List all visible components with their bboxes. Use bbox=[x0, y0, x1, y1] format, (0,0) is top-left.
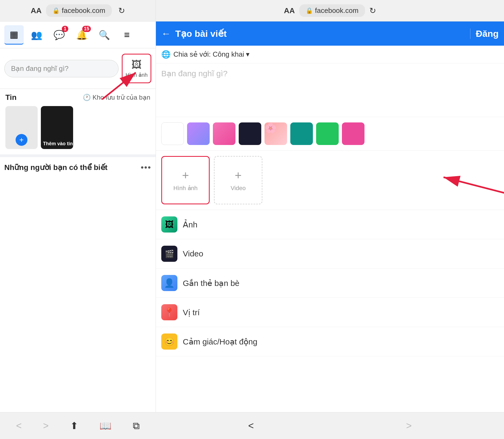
post-create-area: Bạn đang nghĩ gì? 🖼 Hình ảnh bbox=[0, 48, 156, 89]
pymk-section: Những người bạn có thể biết ••• bbox=[0, 157, 156, 182]
video-action-label: Video bbox=[183, 249, 203, 258]
clock-icon: 🕐 bbox=[83, 94, 91, 101]
post-input[interactable]: Bạn đang nghĩ gì? bbox=[4, 60, 119, 77]
right-browser-forward[interactable]: > bbox=[406, 420, 412, 431]
right-browser-back[interactable]: < bbox=[248, 420, 254, 431]
stories-row: + Thêm vào tin bbox=[0, 106, 156, 154]
left-address-bar: AA 🔒 facebook.com ↻ bbox=[0, 0, 156, 21]
swatch-teal[interactable] bbox=[290, 122, 313, 145]
tag-action-icon: 👤 bbox=[161, 275, 177, 291]
hinh-anh-label: Hình ảnh bbox=[126, 72, 148, 78]
globe-icon: 🌐 bbox=[161, 50, 171, 59]
create-post-header: ← Tạo bài viết Đăng bbox=[156, 21, 504, 46]
action-list: 🖼 Ảnh 🎬 Video 👤 Gắn thẻ bạn bè 📍 Vị trí … bbox=[156, 210, 504, 356]
tabs-button[interactable]: ⧉ bbox=[133, 420, 140, 431]
left-browser-bottom: < > ⬆ 📖 ⧉ bbox=[0, 412, 156, 439]
image-icon: 🖼 bbox=[131, 59, 142, 71]
storage-label: Kho lưu trữ của bạn bbox=[92, 94, 150, 101]
notifications-badge: 15 bbox=[82, 26, 91, 32]
pymk-header: Những người bạn có thể biết ••• bbox=[4, 162, 151, 172]
swatch-white[interactable] bbox=[161, 122, 184, 145]
post-text-input[interactable]: Bạn đang nghĩ gì? bbox=[156, 63, 504, 117]
photo-action-label: Ảnh bbox=[183, 220, 197, 229]
browser-back-button[interactable]: < bbox=[16, 420, 22, 431]
share-with-row[interactable]: 🌐 Chia sẻ với: Công khai ▾ bbox=[156, 46, 504, 63]
font-size-control[interactable]: AA bbox=[31, 6, 41, 15]
messenger-badge: 1 bbox=[62, 26, 68, 32]
reload-button[interactable]: ↻ bbox=[118, 6, 125, 15]
swatch-flowers[interactable]: 🌸 bbox=[264, 122, 287, 145]
feeling-action-icon: 😊 bbox=[161, 333, 177, 350]
right-font-size[interactable]: AA bbox=[284, 6, 295, 15]
upload-boxes: + Hình ảnh + Video bbox=[156, 151, 504, 210]
tag-action-label: Gắn thẻ bạn bè bbox=[183, 278, 240, 288]
story-card[interactable]: Thêm vào tin bbox=[41, 106, 73, 149]
pymk-title: Những người bạn có thể biết bbox=[4, 163, 108, 172]
action-item-feeling[interactable]: 😊 Cảm giác/Hoạt động bbox=[156, 327, 504, 356]
right-url-bar[interactable]: 🔒 facebook.com bbox=[299, 4, 365, 17]
share-with-text: Chia sẻ với: Công khai ▾ bbox=[173, 50, 249, 59]
nav-friends[interactable]: 👥 bbox=[27, 25, 46, 45]
background-swatches: 🌸 bbox=[156, 117, 504, 151]
hinh-anh-button[interactable]: 🖼 Hình ảnh bbox=[122, 54, 151, 83]
swatch-magenta[interactable] bbox=[342, 122, 364, 145]
menu-icon: ≡ bbox=[124, 29, 130, 41]
create-post-title: Tạo bài viết bbox=[175, 28, 466, 39]
back-arrow-button[interactable]: ← bbox=[161, 28, 171, 39]
nav-search[interactable]: 🔍 bbox=[95, 25, 114, 45]
story-card-label: Thêm vào tin bbox=[43, 141, 73, 147]
home-icon: ▦ bbox=[10, 29, 18, 40]
stories-title: Tin bbox=[5, 93, 16, 102]
right-reload-button[interactable]: ↻ bbox=[369, 6, 376, 15]
more-options-button[interactable]: ••• bbox=[141, 162, 151, 172]
nav-messenger[interactable]: 💬 1 bbox=[49, 25, 69, 45]
post-placeholder-text: Bạn đang nghĩ gì? bbox=[161, 69, 228, 78]
feeling-action-label: Cảm giác/Hoạt động bbox=[183, 337, 257, 346]
add-story-card[interactable]: + bbox=[5, 106, 38, 149]
photo-action-icon: 🖼 bbox=[161, 216, 177, 233]
action-item-video[interactable]: 🎬 Video bbox=[156, 239, 504, 269]
action-item-photo[interactable]: 🖼 Ảnh bbox=[156, 210, 504, 239]
nav-menu[interactable]: ≡ bbox=[117, 25, 137, 45]
friends-icon: 👥 bbox=[31, 30, 42, 40]
post-submit-button[interactable]: Đăng bbox=[470, 28, 499, 39]
photo-plus-icon: + bbox=[182, 169, 189, 182]
facebook-navbar: ▦ 👥 💬 1 🔔 15 🔍 ≡ bbox=[0, 21, 156, 48]
nav-notifications[interactable]: 🔔 15 bbox=[72, 25, 91, 45]
search-icon: 🔍 bbox=[99, 30, 110, 40]
video-plus-icon: + bbox=[235, 169, 242, 182]
location-action-label: Vị trí bbox=[183, 308, 200, 317]
nav-home[interactable]: ▦ bbox=[4, 25, 24, 45]
url-text: facebook.com bbox=[62, 6, 105, 15]
photo-upload-label: Hình ảnh bbox=[173, 185, 198, 192]
action-item-location[interactable]: 📍 Vị trí bbox=[156, 298, 504, 327]
swatch-dark[interactable] bbox=[239, 122, 261, 145]
upload-video-box[interactable]: + Video bbox=[214, 156, 262, 204]
video-action-icon: 🎬 bbox=[161, 246, 177, 262]
swatch-pink[interactable] bbox=[213, 122, 235, 145]
storage-link[interactable]: 🕐 Kho lưu trữ của bạn bbox=[83, 94, 150, 101]
swatch-purple-heart[interactable] bbox=[187, 122, 210, 145]
section-divider bbox=[0, 154, 156, 157]
location-action-icon: 📍 bbox=[161, 304, 177, 320]
video-upload-label: Video bbox=[231, 185, 246, 192]
share-button[interactable]: ⬆ bbox=[70, 420, 78, 431]
lock-icon: 🔒 bbox=[52, 7, 60, 14]
right-address-bar: AA 🔒 facebook.com ↻ bbox=[156, 0, 504, 21]
plus-circle-icon: + bbox=[16, 134, 27, 146]
right-url-text: facebook.com bbox=[315, 6, 359, 15]
stories-header: Tin 🕐 Kho lưu trữ của bạn bbox=[0, 89, 156, 106]
upload-photo-box[interactable]: + Hình ảnh bbox=[161, 156, 210, 204]
browser-forward-button[interactable]: > bbox=[43, 420, 49, 431]
swatch-green[interactable] bbox=[316, 122, 339, 145]
action-item-tag[interactable]: 👤 Gắn thẻ bạn bè bbox=[156, 269, 504, 298]
right-lock-icon: 🔒 bbox=[306, 7, 313, 14]
url-bar[interactable]: 🔒 facebook.com bbox=[46, 4, 112, 17]
bookmarks-button[interactable]: 📖 bbox=[99, 420, 112, 431]
right-browser-bottom: < > bbox=[156, 412, 504, 439]
